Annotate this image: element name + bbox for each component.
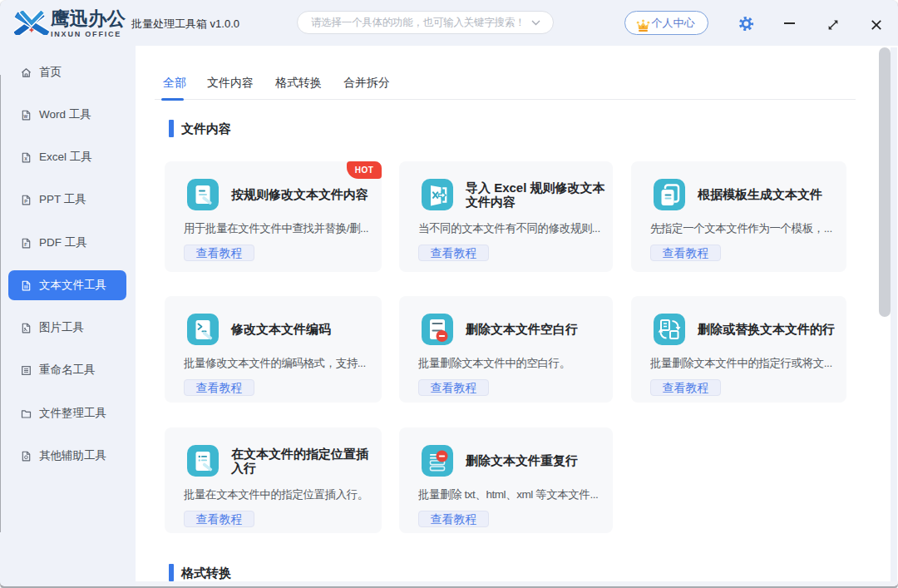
svg-text:W: W <box>23 114 27 119</box>
svg-text:X: X <box>24 156 27 161</box>
svg-text:F: F <box>24 241 27 246</box>
svg-text:P: P <box>24 199 27 204</box>
